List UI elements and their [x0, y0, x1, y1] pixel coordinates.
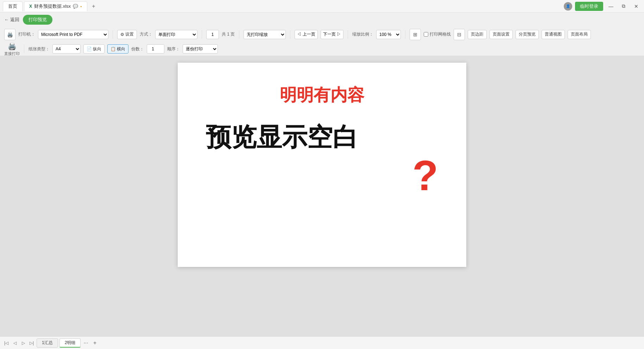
tab-add-button[interactable]: +: [89, 1, 99, 11]
method-label: 方式：: [140, 31, 152, 37]
toolbar-row1: ← 返回 打印预览: [0, 13, 644, 27]
gridline-checkbox-input[interactable]: [424, 32, 428, 37]
separator: [113, 30, 113, 39]
page-settings-label: 页面设置: [493, 31, 510, 37]
portrait-icon: 📄: [87, 46, 92, 51]
next-label: 下一页: [323, 32, 336, 37]
preview-title-text: 明明有内容: [280, 84, 364, 106]
next-page-button[interactable]: 下一页 ▷: [321, 30, 343, 39]
preview-container: 明明有内容 预览显示空白 ?: [0, 56, 644, 336]
settings-button[interactable]: ⚙ 设置: [117, 30, 137, 39]
title-bar: 首页 X 财务预提数据.xlsx 💬 ● + 👤 临时登录 — ⧉ ✕: [0, 0, 644, 13]
print-big-icon: 🖨️: [8, 42, 17, 50]
gridline-label: 打印网格线: [430, 31, 451, 37]
header-footer-icon-btn[interactable]: ⊟: [454, 29, 465, 40]
window-minimize-button[interactable]: —: [606, 1, 616, 11]
page-preview: 明明有内容 预览显示空白 ?: [178, 63, 466, 267]
split-label: 分页预览: [519, 31, 536, 37]
sheet-next-btn[interactable]: ▷: [20, 339, 27, 347]
file-tab-label: 财务预提数据.xlsx: [34, 3, 71, 10]
page-border-btn[interactable]: 页边距: [468, 30, 487, 39]
layout-label: 页面布局: [571, 31, 588, 37]
print-gridline-checkbox[interactable]: 打印网格线: [424, 31, 451, 37]
printer-select[interactable]: Microsoft Print to PDF: [38, 30, 108, 39]
copies-input[interactable]: [147, 44, 164, 54]
landscape-label: 横向: [117, 46, 125, 52]
sheet-dots[interactable]: ···: [82, 340, 89, 346]
layout-btn[interactable]: 页面布局: [568, 30, 591, 39]
scale-percent-select[interactable]: 100 %: [376, 30, 401, 39]
portrait-label: 纵向: [93, 46, 101, 52]
sheet-add-button[interactable]: +: [91, 339, 99, 347]
sep4: [290, 30, 290, 39]
window-restore-button[interactable]: ⧉: [619, 1, 629, 11]
title-bar-right: 👤 临时登录 — ⧉ ✕: [564, 1, 641, 11]
toolbar-row3: 🖨️ 直接打印 纸张类型： A4 📄 纵向 📋 横向 份数： 顺序： 逐份打印: [0, 42, 644, 56]
sep6: [405, 30, 405, 39]
split-preview-btn[interactable]: 分页预览: [516, 30, 539, 39]
main-area: 明明有内容 预览显示空白 ?: [0, 56, 644, 336]
order-label: 顺序：: [167, 46, 180, 52]
print-preview-button[interactable]: 打印预览: [23, 15, 52, 25]
sheet-tab-1-label: 1汇总: [42, 340, 53, 346]
sep7: [24, 45, 24, 53]
border-label: 页边距: [471, 31, 484, 37]
toolbar-row2: 🖨️ 打印机： Microsoft Print to PDF ⚙ 设置 方式： …: [0, 27, 644, 42]
home-tab-label: 首页: [8, 3, 17, 10]
left-arrow-icon: ◁: [297, 32, 302, 37]
preview-question-mark: ?: [412, 154, 438, 197]
page-settings-btn[interactable]: 页面设置: [490, 30, 513, 39]
sheet-tab-2[interactable]: 2明细: [59, 338, 81, 348]
settings-label: 设置: [125, 31, 134, 37]
tab-home[interactable]: 首页: [3, 1, 23, 11]
sep3: [239, 30, 239, 39]
printer-icon-btn[interactable]: 🖨️: [4, 29, 15, 40]
sheet-tab-2-label: 2明细: [65, 340, 76, 346]
excel-icon: X: [29, 4, 32, 9]
back-label: 返回: [10, 17, 19, 23]
prev-label: 上一页: [303, 32, 315, 37]
sheet-prev-btn[interactable]: ◁: [11, 339, 18, 347]
paper-type-label: 纸张类型：: [29, 46, 50, 52]
direct-print-button[interactable]: 🖨️ 直接打印: [4, 42, 20, 56]
page-total: 共 1 页: [222, 31, 235, 37]
page-number-input[interactable]: [206, 30, 219, 39]
comment-icon: 💬: [73, 4, 78, 9]
landscape-icon: 📋: [111, 46, 116, 51]
sep5: [348, 30, 348, 39]
sep2: [202, 30, 202, 39]
login-button[interactable]: 临时登录: [575, 2, 603, 11]
normal-view-btn[interactable]: 普通视图: [542, 30, 565, 39]
normal-label: 普通视图: [545, 31, 562, 37]
sheet-bar: |◁ ◁ ▷ ▷| 1汇总 2明细 ··· +: [0, 336, 644, 349]
portrait-btn[interactable]: 📄 纵向: [83, 44, 105, 54]
dot-icon: ●: [80, 5, 82, 8]
gear-icon: ⚙: [120, 32, 124, 37]
window-close-button[interactable]: ✕: [631, 1, 641, 11]
copies-label: 份数：: [131, 46, 144, 52]
sheet-last-btn[interactable]: ▷|: [28, 339, 35, 347]
scale-percent-label: 缩放比例：: [352, 31, 373, 37]
page-border-icon-btn[interactable]: ⊞: [410, 29, 421, 40]
back-button[interactable]: ← 返回: [4, 17, 19, 23]
method-select[interactable]: 单面打印: [155, 30, 197, 39]
order-select[interactable]: 逐份打印: [183, 44, 218, 54]
sheet-first-btn[interactable]: |◁: [3, 339, 10, 347]
sheet-tab-1[interactable]: 1汇总: [37, 338, 58, 348]
prev-page-button[interactable]: ◁ 上一页: [295, 30, 317, 39]
right-arrow-icon: ▷: [337, 32, 341, 37]
avatar: 👤: [564, 2, 572, 11]
preview-main-text: 预览显示空白: [206, 120, 358, 154]
landscape-btn[interactable]: 📋 横向: [107, 44, 128, 54]
paper-type-select[interactable]: A4: [52, 44, 81, 54]
scale-select[interactable]: 无打印缩放: [244, 30, 286, 39]
tab-file[interactable]: X 财务预提数据.xlsx 💬 ●: [24, 1, 87, 11]
printer-label: 打印机：: [18, 31, 35, 37]
back-arrow-icon: ←: [4, 17, 9, 22]
